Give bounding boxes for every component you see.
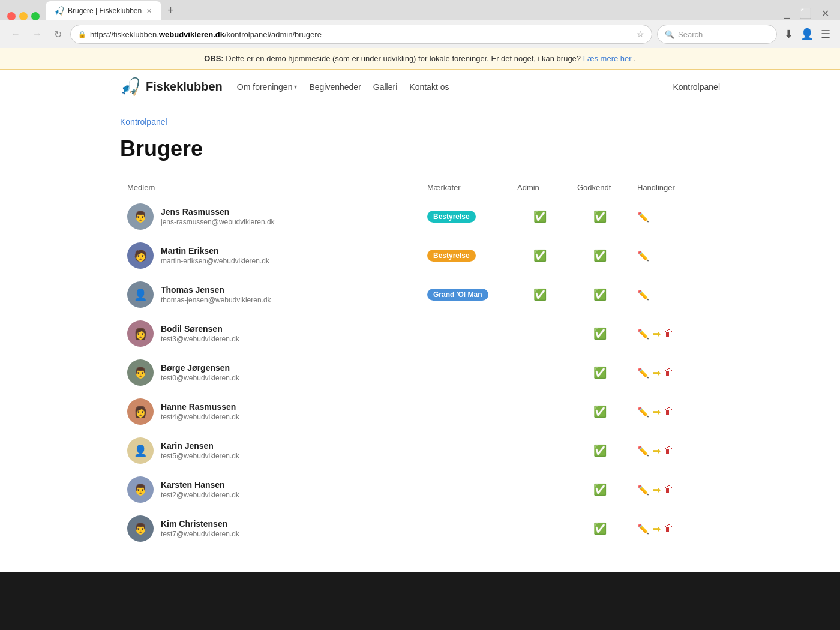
table-row: 👨 Børge Jørgensen test0@webudvikleren.dk…: [120, 353, 720, 392]
member-tag: Bestyrelse: [427, 250, 476, 262]
actions-cell-5: ✏️➡ 🗑: [630, 392, 720, 431]
arrow-button[interactable]: ➡: [653, 445, 661, 457]
window-close-btn[interactable]: [7, 12, 16, 20]
arrow-button[interactable]: ➡: [653, 484, 661, 496]
approved-cell-4: ✅: [570, 353, 630, 392]
arrow-button[interactable]: ➡: [653, 523, 661, 535]
logo-icon: 🎣: [120, 77, 141, 97]
member-email: test3@webudvikleren.dk: [161, 335, 239, 343]
delete-button[interactable]: 🗑: [664, 445, 674, 456]
table-row: 👨 Kim Christensen test7@webudvikleren.dk…: [120, 509, 720, 548]
member-info: Børge Jørgensen test0@webudvikleren.dk: [161, 363, 239, 382]
approved-cell-3: ✅: [570, 314, 630, 353]
table-row: 👩 Bodil Sørensen test3@webudvikleren.dk …: [120, 314, 720, 353]
window-min-btn[interactable]: [19, 12, 28, 20]
delete-button[interactable]: 🗑: [664, 484, 674, 495]
member-name: Karsten Hansen: [161, 480, 239, 490]
win-minimize-btn[interactable]: ⎯: [781, 7, 794, 20]
actions-cell-0: ✏️: [630, 197, 720, 236]
nav-begivenheder[interactable]: Begivenheder: [309, 82, 361, 92]
obs-label: OBS:: [204, 54, 224, 63]
edit-button[interactable]: ✏️: [637, 406, 649, 418]
member-name: Thomas Jensen: [161, 285, 271, 295]
nav-galleri[interactable]: Galleri: [373, 82, 397, 92]
arrow-button[interactable]: ➡: [653, 367, 661, 379]
edit-button[interactable]: ✏️: [637, 250, 649, 262]
admin-check-icon: ✅: [533, 289, 547, 301]
edit-button[interactable]: ✏️: [637, 484, 649, 496]
delete-button[interactable]: 🗑: [664, 406, 674, 417]
arrow-button[interactable]: ➡: [653, 406, 661, 418]
win-restore-btn[interactable]: ⬜: [796, 7, 815, 20]
notification-link[interactable]: Læs mere her: [583, 54, 632, 63]
toolbar-icons: ⬇ 👤 ☰: [782, 25, 833, 43]
approved-cell-2: ✅: [570, 275, 630, 314]
edit-button[interactable]: ✏️: [637, 289, 649, 301]
delete-button[interactable]: 🗑: [664, 328, 674, 339]
edit-button[interactable]: ✏️: [637, 328, 649, 340]
edit-button[interactable]: ✏️: [637, 211, 649, 223]
admin-cell-6: [510, 431, 570, 470]
arrow-button[interactable]: ➡: [653, 328, 661, 340]
active-tab[interactable]: 🎣 Brugere | Fiskeklubben ✕: [46, 1, 161, 20]
breadcrumb[interactable]: Kontrolpanel: [120, 117, 167, 127]
window-max-btn[interactable]: [31, 12, 40, 20]
admin-check-icon: ✅: [533, 211, 547, 223]
table-row: 🧑 Martin Eriksen martin-eriksen@webudvik…: [120, 236, 720, 275]
edit-button[interactable]: ✏️: [637, 445, 649, 457]
member-cell-5: 👩 Hanne Rasmussen test4@webudvikleren.dk: [120, 392, 420, 431]
tab-bar: 🎣 Brugere | Fiskeklubben ✕ + ⎯ ⬜ ✕: [0, 0, 840, 20]
actions-cell-1: ✏️: [630, 236, 720, 275]
notification-banner: OBS: Dette er en demo hjemmeside (som er…: [0, 48, 840, 70]
menu-icon[interactable]: ☰: [818, 25, 833, 43]
member-name: Karin Jensen: [161, 441, 239, 451]
admin-cell-1: ✅: [510, 236, 570, 275]
search-box[interactable]: 🔍 Search: [657, 25, 777, 44]
approved-check-icon: ✅: [593, 289, 607, 301]
win-close-btn[interactable]: ✕: [818, 7, 833, 20]
dropdown-icon: ▾: [294, 83, 297, 90]
actions-cell-6: ✏️➡ 🗑: [630, 431, 720, 470]
address-bar[interactable]: 🔒 https://fiskeklubben.webudvikleren.dk/…: [70, 25, 652, 44]
admin-cell-3: [510, 314, 570, 353]
tag-cell-1: Bestyrelse: [420, 236, 510, 275]
nav-om-foreningen[interactable]: Om foreningen ▾: [237, 82, 298, 92]
member-cell-3: 👩 Bodil Sørensen test3@webudvikleren.dk: [120, 314, 420, 353]
approved-check-icon: ✅: [593, 523, 607, 535]
new-tab-btn[interactable]: +: [163, 3, 179, 18]
profile-icon[interactable]: 👤: [798, 25, 816, 43]
download-icon[interactable]: ⬇: [782, 25, 796, 43]
tag-cell-4: [420, 353, 510, 392]
back-btn[interactable]: ←: [7, 26, 24, 42]
member-avatar: 👩: [127, 320, 154, 347]
delete-button[interactable]: 🗑: [664, 523, 674, 534]
member-email: test0@webudvikleren.dk: [161, 374, 239, 382]
nav-kontrolpanel[interactable]: Kontrolpanel: [673, 82, 720, 92]
th-tags: Mærkater: [420, 178, 510, 197]
table-row: 👤 Karin Jensen test5@webudvikleren.dk ✅ …: [120, 431, 720, 470]
tab-title: Brugere | Fiskeklubben: [68, 7, 142, 15]
delete-button[interactable]: 🗑: [664, 367, 674, 378]
actions-cell-3: ✏️➡ 🗑: [630, 314, 720, 353]
th-admin: Admin: [510, 178, 570, 197]
member-name: Kim Christensen: [161, 519, 239, 529]
tab-close-btn[interactable]: ✕: [145, 6, 153, 16]
nav-kontakt-os[interactable]: Kontakt os: [409, 82, 449, 92]
bookmark-icon[interactable]: ☆: [637, 29, 644, 39]
member-avatar: 👨: [127, 515, 154, 542]
edit-button[interactable]: ✏️: [637, 523, 649, 535]
refresh-btn[interactable]: ↻: [50, 26, 65, 43]
approved-check-icon: ✅: [593, 211, 607, 223]
member-avatar: 👨: [127, 203, 154, 230]
action-icons: ✏️: [637, 289, 713, 301]
forward-btn[interactable]: →: [29, 26, 46, 42]
member-cell-1: 🧑 Martin Eriksen martin-eriksen@webudvik…: [120, 236, 420, 275]
tag-cell-3: [420, 314, 510, 353]
site-logo: 🎣 Fiskeklubben: [120, 77, 223, 97]
member-name: Børge Jørgensen: [161, 363, 239, 373]
member-tag: Grand 'Ol Man: [427, 289, 488, 301]
tab-favicon: 🎣: [54, 6, 64, 16]
search-input-placeholder: Search: [678, 30, 703, 39]
edit-button[interactable]: ✏️: [637, 367, 649, 379]
admin-cell-5: [510, 392, 570, 431]
